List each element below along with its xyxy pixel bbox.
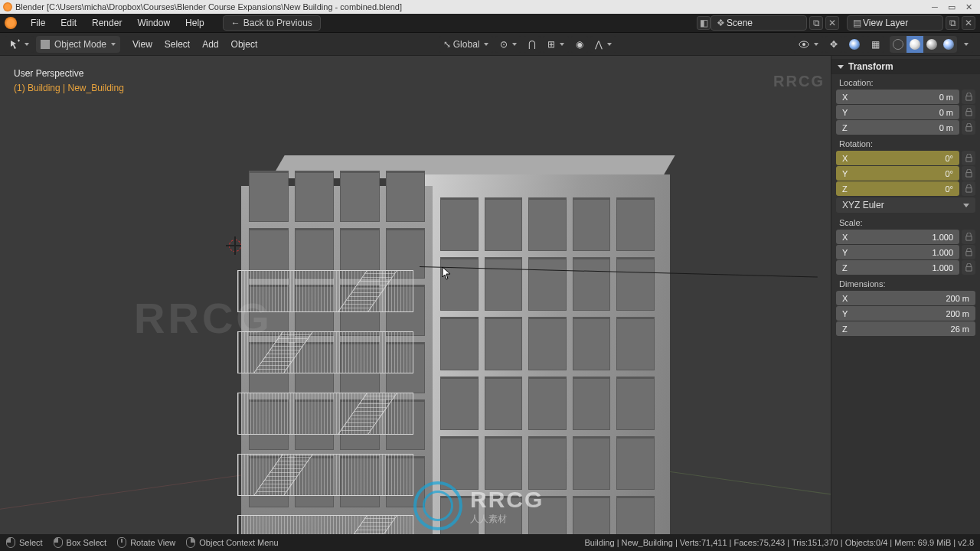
- menu-object[interactable]: Object: [225, 39, 264, 50]
- scale-y-field[interactable]: Y1.000: [836, 245, 959, 259]
- mouse-left-drag-icon: [54, 537, 63, 548]
- proportional-falloff[interactable]: ⋀: [590, 36, 616, 53]
- dimensions-x-field[interactable]: X200 m: [836, 291, 975, 305]
- dimensions-z-field[interactable]: Z26 m: [836, 321, 975, 336]
- snap-toggle[interactable]: ⋂: [524, 36, 541, 53]
- proportional-edit-toggle[interactable]: ◉: [571, 36, 588, 53]
- visibilities-button[interactable]: [794, 36, 823, 53]
- shading-solid[interactable]: [906, 36, 923, 53]
- axis-icon: ⤡: [443, 39, 451, 50]
- lock-rotation-x[interactable]: [962, 151, 975, 165]
- lock-rotation-z[interactable]: [962, 181, 975, 196]
- window-close-icon[interactable]: ✕: [960, 2, 977, 12]
- rotation-z-field[interactable]: Z0°: [836, 181, 959, 196]
- window-maximize-icon[interactable]: ▭: [943, 2, 960, 12]
- watermark-logo-icon: [413, 481, 462, 530]
- menu-help[interactable]: Help: [178, 14, 212, 33]
- rotation-y-field[interactable]: Y0°: [836, 166, 959, 181]
- cursor-plus-icon: [9, 39, 20, 50]
- menu-add[interactable]: Add: [196, 39, 224, 50]
- mouse-right-icon: [186, 537, 195, 548]
- view-layer-selector[interactable]: ▤: [847, 15, 943, 31]
- viewport-3d[interactable]: User Perspective (1) Building | New_Buil…: [0, 56, 831, 534]
- editor-type-button[interactable]: [5, 36, 34, 53]
- wireframe-icon: [893, 39, 903, 50]
- menu-view[interactable]: View: [126, 39, 158, 50]
- dimensions-label: Dimensions:: [831, 276, 980, 290]
- back-label: Back to Previous: [243, 18, 312, 28]
- svg-point-1: [802, 43, 805, 46]
- shading-wireframe[interactable]: [890, 36, 906, 53]
- menu-window[interactable]: Window: [129, 14, 178, 33]
- viewport-header: Object Mode View Select Add Object ⤡ Glo…: [0, 33, 980, 56]
- viewport-overlay-info: User Perspective (1) Building | New_Buil…: [14, 67, 124, 96]
- scale-z-field[interactable]: Z1.000: [836, 260, 959, 275]
- dimensions-y-field[interactable]: Y200 m: [836, 306, 975, 321]
- watermark-center: RRCG: [134, 293, 273, 343]
- rotation-mode-dropdown[interactable]: XYZ Euler: [836, 197, 975, 213]
- menu-select[interactable]: Select: [158, 39, 196, 50]
- magnet-icon: ⋂: [528, 39, 536, 50]
- xray-toggle[interactable]: ▦: [867, 36, 884, 53]
- location-y-field[interactable]: Y0 m: [836, 105, 959, 119]
- building-model: [241, 155, 670, 534]
- scene-selector[interactable]: ❖: [710, 15, 807, 31]
- mouse-left-icon: [6, 537, 15, 548]
- menu-render[interactable]: Render: [84, 14, 129, 33]
- mode-selector[interactable]: Object Mode: [36, 36, 120, 53]
- gizmos-button[interactable]: ✥: [825, 36, 842, 53]
- lock-scale-y[interactable]: [962, 245, 975, 259]
- scene-input[interactable]: [727, 18, 803, 28]
- overlays-button[interactable]: [844, 36, 864, 53]
- eye-icon: [799, 39, 809, 50]
- menu-file[interactable]: File: [23, 14, 53, 33]
- back-to-previous-button[interactable]: ← Back to Previous: [223, 15, 321, 31]
- window-titlebar: Blender [C:\Users\micha\Dropbox\Courses\…: [0, 0, 980, 14]
- location-x-field[interactable]: X0 m: [836, 90, 959, 104]
- lock-location-y[interactable]: [962, 105, 975, 119]
- orientation-selector[interactable]: ⤡ Global: [439, 36, 494, 53]
- object-mode-icon: [41, 40, 50, 49]
- lock-location-x[interactable]: [962, 90, 975, 104]
- scene-delete-button[interactable]: ✕: [825, 16, 839, 30]
- rotation-mode-value: XYZ Euler: [842, 200, 884, 210]
- menu-edit[interactable]: Edit: [53, 14, 84, 33]
- scene-new-button[interactable]: ⧉: [809, 16, 823, 30]
- scale-x-field[interactable]: X1.000: [836, 230, 959, 244]
- active-object-label: (1) Building | New_Building: [14, 81, 124, 96]
- watermark-bottom: RRCG 人人素材: [413, 481, 544, 530]
- circle-dot-icon: ◉: [576, 39, 583, 50]
- lock-rotation-y[interactable]: [962, 166, 975, 181]
- overlays-icon: [849, 39, 860, 50]
- arrow-left-icon: ←: [231, 18, 240, 28]
- snap-target[interactable]: ⊞: [543, 36, 569, 53]
- status-select: Select: [6, 537, 43, 548]
- disclosure-triangle-icon: [838, 65, 844, 69]
- mouse-pointer-icon: [442, 266, 451, 280]
- status-stats: Building | New_Building | Verts:71,411 |…: [584, 538, 974, 547]
- window-minimize-icon[interactable]: ─: [926, 2, 943, 12]
- lock-location-z[interactable]: [962, 120, 975, 135]
- watermark-top-right: RRCG: [773, 73, 825, 90]
- layer-new-button[interactable]: ⧉: [946, 16, 959, 30]
- view-layer-input[interactable]: [863, 18, 939, 28]
- transform-panel-header[interactable]: Transform: [831, 59, 980, 74]
- watermark-sub: 人人素材: [470, 513, 544, 526]
- shading-options[interactable]: [957, 36, 973, 53]
- rotation-label: Rotation:: [831, 135, 980, 150]
- rotation-x-field[interactable]: X0°: [836, 151, 959, 165]
- location-z-field[interactable]: Z0 m: [836, 120, 959, 135]
- status-context-menu: Object Context Menu: [186, 537, 278, 548]
- lock-scale-z[interactable]: [962, 260, 975, 275]
- orientation-label: Global: [453, 39, 480, 50]
- blender-logo-icon[interactable]: [5, 17, 17, 29]
- lock-scale-x[interactable]: [962, 230, 975, 244]
- watermark-brand: RRCG: [470, 487, 544, 513]
- titlebar-filepath: [C:\Users\micha\Dropbox\Courses\Blender …: [47, 2, 402, 11]
- shading-material[interactable]: [923, 36, 940, 53]
- pivot-selector[interactable]: ⊙: [495, 36, 521, 53]
- scene-icon: ❖: [714, 17, 727, 29]
- workspace-icon[interactable]: ◧: [697, 16, 710, 30]
- shading-rendered[interactable]: [940, 36, 957, 53]
- layer-delete-button[interactable]: ✕: [962, 16, 975, 30]
